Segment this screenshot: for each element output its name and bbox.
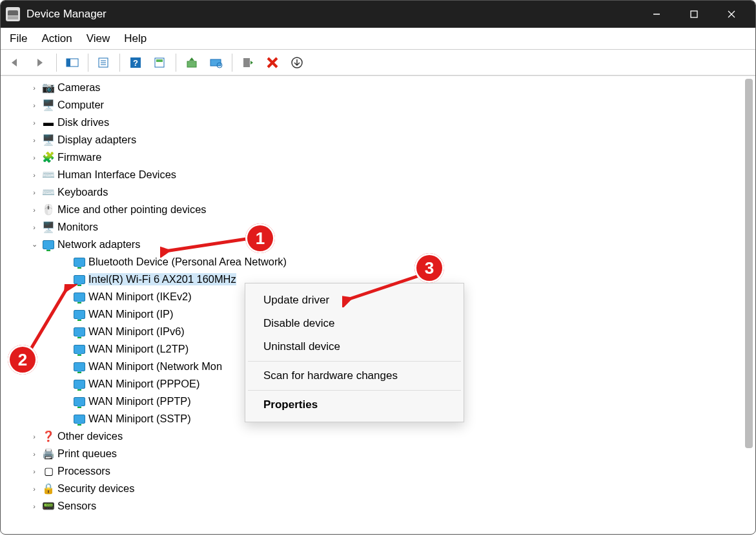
tree-category[interactable]: ›▬Disk drives (14, 114, 755, 131)
minimize-button[interactable] (638, 1, 675, 28)
context-menu-item[interactable]: Uninstall device (245, 335, 464, 358)
menubar: File Action View Help (1, 28, 755, 50)
context-menu-item[interactable]: Update driver (245, 289, 464, 312)
chevron-down-icon[interactable]: ⌄ (29, 240, 39, 250)
toolbar-view-button[interactable] (148, 52, 172, 73)
tree-category[interactable]: ›🔒Security devices (14, 480, 755, 497)
toolbar-properties-button[interactable] (92, 52, 116, 73)
context-menu-item[interactable]: Disable device (245, 312, 464, 335)
spacer (60, 292, 70, 302)
context-menu-item[interactable]: Scan for hardware changes (245, 364, 464, 387)
annotation-1: 1 (245, 223, 275, 253)
tree-category[interactable]: ›❓Other devices (14, 427, 755, 445)
chevron-right-icon[interactable]: › (29, 152, 39, 163)
network-adapter-icon (73, 273, 86, 286)
tree-device-label: WAN Miniport (IP) (88, 308, 173, 320)
chevron-right-icon[interactable]: › (29, 466, 39, 477)
tree-category[interactable]: ›🖥️Computer (14, 96, 755, 114)
menu-file[interactable]: File (10, 32, 27, 45)
chevron-right-icon[interactable]: › (29, 135, 39, 145)
toolbar-help-button[interactable]: ? (124, 52, 147, 73)
tree-category[interactable]: ›🧩Firmware (14, 149, 755, 166)
chevron-right-icon[interactable]: › (29, 222, 39, 232)
tree-category-label: Cameras (57, 81, 101, 94)
device-category-icon: 🔒 (42, 482, 55, 495)
svg-rect-13 (156, 59, 163, 62)
context-menu: Update driverDisable deviceUninstall dev… (245, 283, 464, 422)
tree-device-label: Intel(R) Wi-Fi 6 AX201 160MHz (88, 273, 236, 285)
maximize-button[interactable] (675, 1, 713, 28)
tree-category[interactable]: ›📷Cameras (14, 79, 755, 96)
device-category-icon: 🖥️ (42, 99, 55, 112)
context-menu-separator (248, 390, 461, 391)
network-adapter-icon (73, 343, 86, 356)
chevron-right-icon[interactable]: › (29, 431, 39, 442)
tree-category[interactable]: ›🖱️Mice and other pointing devices (14, 201, 755, 218)
tree-category[interactable]: ›📟Sensors (14, 497, 755, 515)
toolbar-update-driver-button[interactable] (180, 52, 203, 73)
chevron-right-icon[interactable]: › (29, 187, 39, 198)
vertical-scrollbar[interactable] (744, 79, 754, 508)
tree-category[interactable]: ›⌨️Human Interface Devices (14, 166, 755, 183)
tree-category[interactable]: ⌄Network adapters (14, 236, 755, 253)
tree-category[interactable]: ›🖥️Display adapters (14, 131, 755, 149)
scrollbar-thumb[interactable] (745, 79, 753, 448)
chevron-right-icon[interactable]: › (29, 83, 39, 93)
network-adapter-icon (73, 256, 86, 269)
toolbar-back-button[interactable] (5, 52, 28, 73)
device-category-icon: ▢ (42, 465, 55, 478)
device-category-icon: 📟 (42, 500, 55, 513)
menu-view[interactable]: View (87, 32, 110, 45)
spacer (60, 362, 70, 372)
menu-help[interactable]: Help (124, 32, 147, 45)
tree-device-item[interactable]: Bluetooth Device (Personal Area Network) (14, 253, 755, 271)
window-title: Device Manager (26, 8, 107, 21)
device-category-icon: ⌨️ (42, 169, 55, 181)
tree-category-label: Print queues (57, 447, 117, 460)
toolbar-enable-button[interactable] (236, 52, 260, 73)
tree-device-label: WAN Miniport (IKEv2) (88, 291, 192, 303)
toolbar-forward-button[interactable] (29, 52, 52, 73)
tree-category[interactable]: ›⌨️Keyboards (14, 183, 755, 201)
toolbar-scan-button[interactable] (205, 52, 228, 73)
tree-category-label: Firmware (57, 151, 101, 163)
chevron-right-icon[interactable]: › (29, 170, 39, 180)
chevron-right-icon[interactable]: › (29, 100, 39, 110)
tree-device-label: WAN Miniport (L2TP) (88, 343, 189, 355)
context-menu-item[interactable]: Properties (245, 393, 464, 416)
device-category-icon: 🖨️ (42, 447, 55, 460)
device-category-icon: 🧩 (42, 151, 55, 164)
tree-category-label: Display adapters (57, 134, 136, 146)
chevron-right-icon[interactable]: › (29, 205, 39, 215)
toolbar-show-hide-tree-button[interactable] (61, 52, 84, 73)
tree-device-label: Bluetooth Device (Personal Area Network) (88, 256, 287, 268)
tree-category[interactable]: ›▢Processors (14, 462, 755, 480)
chevron-right-icon[interactable]: › (29, 449, 39, 459)
tree-category[interactable]: ›🖥️Monitors (14, 218, 755, 236)
spacer (60, 396, 70, 407)
chevron-right-icon[interactable]: › (29, 118, 39, 128)
app-icon (6, 7, 20, 21)
spacer (60, 274, 70, 285)
device-category-icon: ⌨️ (42, 186, 55, 199)
tree-device-label: WAN Miniport (Network Mon (88, 360, 222, 373)
menu-action[interactable]: Action (41, 32, 72, 45)
tree-category[interactable]: ›🖨️Print queues (14, 445, 755, 462)
device-manager-window: Device Manager File Action View Help ? ›… (0, 0, 756, 535)
context-menu-separator (248, 361, 461, 362)
spacer (60, 344, 70, 355)
network-adapter-icon (73, 395, 86, 408)
toolbar-uninstall-button[interactable] (261, 52, 284, 73)
tree-device-label: WAN Miniport (PPTP) (88, 395, 191, 407)
svg-rect-17 (243, 58, 250, 67)
chevron-right-icon[interactable]: › (29, 484, 39, 494)
toolbar-down-button[interactable] (285, 52, 309, 73)
tree-category-label: Computer (57, 99, 104, 111)
titlebar[interactable]: Device Manager (1, 1, 755, 28)
network-adapter-icon (73, 291, 86, 303)
tree-category-label: Keyboards (57, 186, 108, 198)
tree-category-label: Security devices (57, 482, 134, 495)
chevron-right-icon[interactable]: › (29, 501, 39, 511)
svg-rect-1 (691, 11, 697, 17)
close-button[interactable] (713, 1, 750, 28)
